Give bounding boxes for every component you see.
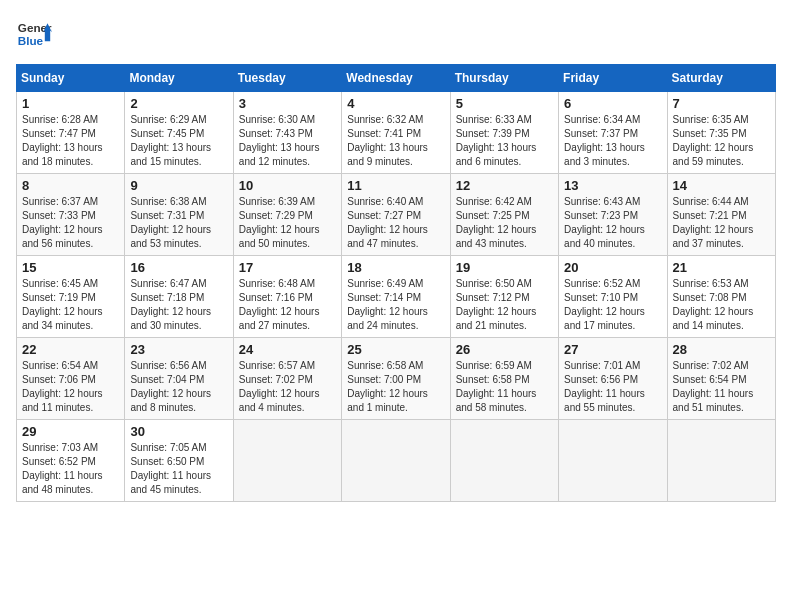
calendar-cell: 11Sunrise: 6:40 AM Sunset: 7:27 PM Dayli… [342, 174, 450, 256]
weekday-header-wednesday: Wednesday [342, 65, 450, 92]
calendar-cell: 4Sunrise: 6:32 AM Sunset: 7:41 PM Daylig… [342, 92, 450, 174]
day-info: Sunrise: 7:03 AM Sunset: 6:52 PM Dayligh… [22, 441, 119, 497]
day-number: 2 [130, 96, 227, 111]
calendar-cell: 16Sunrise: 6:47 AM Sunset: 7:18 PM Dayli… [125, 256, 233, 338]
day-number: 20 [564, 260, 661, 275]
day-number: 3 [239, 96, 336, 111]
day-info: Sunrise: 6:56 AM Sunset: 7:04 PM Dayligh… [130, 359, 227, 415]
calendar-week-row: 29Sunrise: 7:03 AM Sunset: 6:52 PM Dayli… [17, 420, 776, 502]
calendar-week-row: 1Sunrise: 6:28 AM Sunset: 7:47 PM Daylig… [17, 92, 776, 174]
calendar-cell: 20Sunrise: 6:52 AM Sunset: 7:10 PM Dayli… [559, 256, 667, 338]
day-number: 22 [22, 342, 119, 357]
page-header: General Blue [16, 16, 776, 52]
calendar-cell: 28Sunrise: 7:02 AM Sunset: 6:54 PM Dayli… [667, 338, 775, 420]
calendar-cell: 3Sunrise: 6:30 AM Sunset: 7:43 PM Daylig… [233, 92, 341, 174]
calendar-header-row: SundayMondayTuesdayWednesdayThursdayFrid… [17, 65, 776, 92]
calendar-cell: 21Sunrise: 6:53 AM Sunset: 7:08 PM Dayli… [667, 256, 775, 338]
logo-icon: General Blue [16, 16, 52, 52]
day-number: 18 [347, 260, 444, 275]
day-number: 29 [22, 424, 119, 439]
calendar-cell: 18Sunrise: 6:49 AM Sunset: 7:14 PM Dayli… [342, 256, 450, 338]
day-info: Sunrise: 6:43 AM Sunset: 7:23 PM Dayligh… [564, 195, 661, 251]
calendar-cell: 29Sunrise: 7:03 AM Sunset: 6:52 PM Dayli… [17, 420, 125, 502]
calendar-cell: 22Sunrise: 6:54 AM Sunset: 7:06 PM Dayli… [17, 338, 125, 420]
calendar-week-row: 8Sunrise: 6:37 AM Sunset: 7:33 PM Daylig… [17, 174, 776, 256]
day-info: Sunrise: 6:40 AM Sunset: 7:27 PM Dayligh… [347, 195, 444, 251]
weekday-header-tuesday: Tuesday [233, 65, 341, 92]
calendar-cell: 10Sunrise: 6:39 AM Sunset: 7:29 PM Dayli… [233, 174, 341, 256]
day-info: Sunrise: 6:37 AM Sunset: 7:33 PM Dayligh… [22, 195, 119, 251]
day-number: 9 [130, 178, 227, 193]
calendar-cell: 9Sunrise: 6:38 AM Sunset: 7:31 PM Daylig… [125, 174, 233, 256]
calendar-cell: 17Sunrise: 6:48 AM Sunset: 7:16 PM Dayli… [233, 256, 341, 338]
day-number: 26 [456, 342, 553, 357]
day-info: Sunrise: 6:50 AM Sunset: 7:12 PM Dayligh… [456, 277, 553, 333]
day-number: 12 [456, 178, 553, 193]
calendar-week-row: 22Sunrise: 6:54 AM Sunset: 7:06 PM Dayli… [17, 338, 776, 420]
day-number: 13 [564, 178, 661, 193]
day-info: Sunrise: 6:32 AM Sunset: 7:41 PM Dayligh… [347, 113, 444, 169]
day-number: 17 [239, 260, 336, 275]
day-info: Sunrise: 6:28 AM Sunset: 7:47 PM Dayligh… [22, 113, 119, 169]
day-info: Sunrise: 6:38 AM Sunset: 7:31 PM Dayligh… [130, 195, 227, 251]
calendar-cell: 24Sunrise: 6:57 AM Sunset: 7:02 PM Dayli… [233, 338, 341, 420]
calendar-cell: 15Sunrise: 6:45 AM Sunset: 7:19 PM Dayli… [17, 256, 125, 338]
day-number: 4 [347, 96, 444, 111]
day-info: Sunrise: 6:52 AM Sunset: 7:10 PM Dayligh… [564, 277, 661, 333]
day-info: Sunrise: 6:29 AM Sunset: 7:45 PM Dayligh… [130, 113, 227, 169]
day-number: 11 [347, 178, 444, 193]
day-number: 7 [673, 96, 770, 111]
calendar-cell: 30Sunrise: 7:05 AM Sunset: 6:50 PM Dayli… [125, 420, 233, 502]
calendar-cell: 12Sunrise: 6:42 AM Sunset: 7:25 PM Dayli… [450, 174, 558, 256]
day-info: Sunrise: 6:30 AM Sunset: 7:43 PM Dayligh… [239, 113, 336, 169]
calendar-cell [233, 420, 341, 502]
calendar-cell: 5Sunrise: 6:33 AM Sunset: 7:39 PM Daylig… [450, 92, 558, 174]
calendar-cell: 13Sunrise: 6:43 AM Sunset: 7:23 PM Dayli… [559, 174, 667, 256]
day-info: Sunrise: 6:49 AM Sunset: 7:14 PM Dayligh… [347, 277, 444, 333]
calendar-cell: 14Sunrise: 6:44 AM Sunset: 7:21 PM Dayli… [667, 174, 775, 256]
day-info: Sunrise: 6:34 AM Sunset: 7:37 PM Dayligh… [564, 113, 661, 169]
day-info: Sunrise: 6:45 AM Sunset: 7:19 PM Dayligh… [22, 277, 119, 333]
calendar-cell [559, 420, 667, 502]
calendar-cell [450, 420, 558, 502]
day-number: 15 [22, 260, 119, 275]
logo: General Blue [16, 16, 52, 52]
day-info: Sunrise: 6:42 AM Sunset: 7:25 PM Dayligh… [456, 195, 553, 251]
calendar-cell: 19Sunrise: 6:50 AM Sunset: 7:12 PM Dayli… [450, 256, 558, 338]
day-info: Sunrise: 6:53 AM Sunset: 7:08 PM Dayligh… [673, 277, 770, 333]
day-info: Sunrise: 6:44 AM Sunset: 7:21 PM Dayligh… [673, 195, 770, 251]
calendar-cell: 23Sunrise: 6:56 AM Sunset: 7:04 PM Dayli… [125, 338, 233, 420]
calendar-cell: 7Sunrise: 6:35 AM Sunset: 7:35 PM Daylig… [667, 92, 775, 174]
day-info: Sunrise: 6:35 AM Sunset: 7:35 PM Dayligh… [673, 113, 770, 169]
weekday-header-sunday: Sunday [17, 65, 125, 92]
day-number: 1 [22, 96, 119, 111]
day-number: 19 [456, 260, 553, 275]
day-info: Sunrise: 6:58 AM Sunset: 7:00 PM Dayligh… [347, 359, 444, 415]
calendar-cell: 1Sunrise: 6:28 AM Sunset: 7:47 PM Daylig… [17, 92, 125, 174]
day-info: Sunrise: 6:39 AM Sunset: 7:29 PM Dayligh… [239, 195, 336, 251]
weekday-header-saturday: Saturday [667, 65, 775, 92]
day-number: 24 [239, 342, 336, 357]
calendar-cell [342, 420, 450, 502]
calendar-table: SundayMondayTuesdayWednesdayThursdayFrid… [16, 64, 776, 502]
day-number: 25 [347, 342, 444, 357]
day-info: Sunrise: 7:01 AM Sunset: 6:56 PM Dayligh… [564, 359, 661, 415]
weekday-header-friday: Friday [559, 65, 667, 92]
calendar-cell: 2Sunrise: 6:29 AM Sunset: 7:45 PM Daylig… [125, 92, 233, 174]
day-number: 5 [456, 96, 553, 111]
day-number: 28 [673, 342, 770, 357]
day-number: 30 [130, 424, 227, 439]
day-number: 6 [564, 96, 661, 111]
day-info: Sunrise: 7:02 AM Sunset: 6:54 PM Dayligh… [673, 359, 770, 415]
day-info: Sunrise: 6:54 AM Sunset: 7:06 PM Dayligh… [22, 359, 119, 415]
calendar-cell: 27Sunrise: 7:01 AM Sunset: 6:56 PM Dayli… [559, 338, 667, 420]
weekday-header-monday: Monday [125, 65, 233, 92]
day-number: 10 [239, 178, 336, 193]
day-number: 14 [673, 178, 770, 193]
day-number: 27 [564, 342, 661, 357]
day-info: Sunrise: 6:57 AM Sunset: 7:02 PM Dayligh… [239, 359, 336, 415]
day-number: 21 [673, 260, 770, 275]
calendar-cell: 8Sunrise: 6:37 AM Sunset: 7:33 PM Daylig… [17, 174, 125, 256]
day-number: 8 [22, 178, 119, 193]
svg-text:Blue: Blue [18, 34, 44, 47]
